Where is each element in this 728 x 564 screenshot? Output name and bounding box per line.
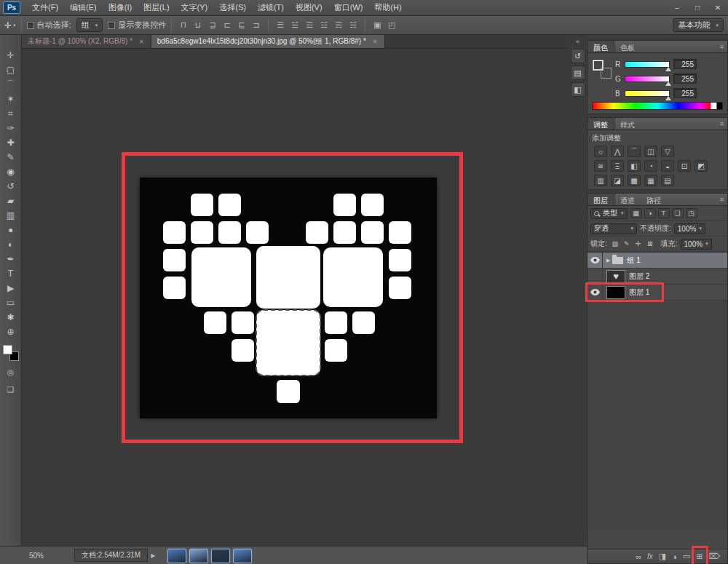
zoom-tool[interactable]: ⊕	[2, 325, 20, 339]
tab-channels[interactable]: 通道	[614, 194, 641, 205]
minimize-button[interactable]: –	[667, 1, 687, 14]
menu-filter[interactable]: 滤镜(T)	[252, 0, 290, 15]
menu-help[interactable]: 帮助(H)	[368, 0, 407, 15]
maximize-button[interactable]: □	[687, 1, 708, 14]
layer-row-layer-1[interactable]: 图层 1	[587, 285, 727, 301]
taskbar-window-thumbnail-4[interactable]	[233, 549, 252, 563]
tab-paths[interactable]: 路径	[641, 194, 667, 205]
crop-tool[interactable]: ⌗	[2, 106, 20, 121]
new-group-button[interactable]: ▭	[683, 552, 690, 561]
tab-close-icon[interactable]: ✕	[139, 39, 144, 45]
filter-shape-icon[interactable]: ❏	[672, 208, 684, 218]
lock-pixels-icon[interactable]: ✎	[622, 239, 632, 249]
color-lookup-adjustment-icon[interactable]: ⊡	[678, 160, 691, 172]
layer-visibility-toggle[interactable]	[587, 285, 603, 300]
distribute-bottom-icon[interactable]: ☲	[303, 20, 316, 31]
arrange-3d-icon[interactable]: ◰	[385, 20, 398, 31]
tab-color[interactable]: 颜色	[587, 41, 614, 52]
panel-menu-icon[interactable]: ≡	[716, 194, 727, 205]
menu-edit[interactable]: 编辑(E)	[64, 0, 103, 15]
marquee-tool[interactable]: ▢	[2, 63, 20, 77]
g-slider[interactable]	[625, 76, 670, 82]
color-balance-adjustment-icon[interactable]: Ξ	[611, 160, 624, 172]
custom-adjustment-icon[interactable]: ▤	[661, 175, 674, 186]
document-tab-heart-jpg[interactable]: bd6a5c8egw1e4lx15t8dcj20t30njn30.jpg @ 5…	[151, 35, 385, 48]
lock-transparent-icon[interactable]: ▨	[610, 239, 620, 249]
slider-thumb[interactable]	[665, 67, 671, 71]
photo-filter-adjustment-icon[interactable]: ◔	[644, 160, 657, 172]
slider-thumb[interactable]	[665, 82, 671, 86]
zoom-level[interactable]: 50%	[29, 552, 44, 560]
gradient-tool[interactable]: ▥	[2, 208, 20, 223]
levels-adjustment-icon[interactable]: ⋀	[611, 146, 624, 157]
slider-thumb[interactable]	[665, 96, 671, 100]
delete-layer-button[interactable]: ⌦	[708, 552, 720, 561]
group-disclosure-arrow[interactable]: ▶	[606, 258, 610, 263]
panel-menu-icon[interactable]: ≡	[716, 118, 727, 130]
link-layers-button[interactable]: ∞	[636, 552, 641, 561]
distribute-vertical-centers-icon[interactable]: ☱	[288, 20, 301, 31]
auto-select-target-dropdown[interactable]: 组 ▾	[76, 18, 103, 32]
filter-pixel-icon[interactable]: ▦	[630, 208, 642, 218]
history-brush-tool[interactable]: ↺	[2, 179, 20, 194]
foreground-color-swatch[interactable]	[593, 60, 604, 71]
clone-stamp-tool[interactable]: ◉	[2, 164, 20, 179]
b-value-field[interactable]: 255	[673, 88, 697, 98]
new-layer-button[interactable]: ⊞	[696, 552, 703, 561]
filter-smart-object-icon[interactable]: ◳	[686, 208, 697, 218]
document-tab-untitled-1[interactable]: 未标题-1 @ 100% (X2, RGB/8) *✕	[22, 35, 151, 48]
layer-thumbnail[interactable]: ♥	[606, 270, 625, 283]
selective-color-adjustment-icon[interactable]: ▦	[644, 175, 657, 186]
black-white-adjustment-icon[interactable]: ◧	[628, 160, 641, 172]
hue-saturation-adjustment-icon[interactable]: ≋	[594, 160, 607, 172]
brush-tool[interactable]: ✎	[2, 150, 20, 164]
align-left-edges-icon[interactable]: ⊏	[221, 20, 234, 31]
hand-tool[interactable]: ✱	[2, 310, 20, 325]
shape-tool[interactable]: ▭	[2, 295, 20, 310]
channel-mixer-adjustment-icon[interactable]: ◒	[661, 160, 674, 172]
align-vertical-centers-icon[interactable]: ⊔	[191, 20, 205, 31]
dodge-tool[interactable]: ◐	[2, 237, 20, 252]
g-value-field[interactable]: 255	[673, 74, 697, 84]
lock-position-icon[interactable]: ✛	[633, 239, 644, 249]
taskbar-window-thumbnail-3[interactable]	[211, 549, 230, 563]
lasso-tool[interactable]: ⌒	[2, 77, 20, 92]
color-swatches[interactable]	[3, 345, 19, 361]
menu-view[interactable]: 视图(V)	[290, 0, 328, 15]
distribute-right-icon[interactable]: ☵	[347, 20, 360, 31]
blend-mode-dropdown[interactable]: 穿透 ▾	[590, 223, 637, 234]
layer-filter-type-dropdown[interactable]: 类型 ▾	[590, 208, 628, 219]
align-top-edges-icon[interactable]: ⊓	[177, 20, 190, 31]
layer-style-button[interactable]: fx	[647, 552, 653, 560]
history-panel-tab[interactable]: ↺	[571, 49, 585, 63]
foreground-background-swatches[interactable]	[593, 60, 612, 79]
filter-adjustment-icon[interactable]: ◑	[644, 208, 656, 218]
distribute-top-icon[interactable]: ☰	[274, 20, 287, 31]
layer-row-group-1[interactable]: ▶组 1	[587, 253, 727, 269]
expand-panels-button[interactable]: «	[576, 38, 579, 47]
invert-adjustment-icon[interactable]: ◩	[695, 160, 708, 172]
workspace-switcher[interactable]: 基本功能 ▾	[673, 18, 724, 32]
posterize-adjustment-icon[interactable]: ▥	[594, 175, 607, 186]
status-options-arrow[interactable]: ▶	[151, 552, 155, 559]
quick-mask-icon[interactable]: ◎	[2, 365, 20, 378]
current-tool-icon[interactable]: ✛ ▾	[4, 20, 16, 31]
menu-image[interactable]: 图像(I)	[103, 0, 138, 15]
menu-layer[interactable]: 图层(L)	[138, 0, 175, 15]
r-value-field[interactable]: 255	[673, 59, 697, 69]
threshold-adjustment-icon[interactable]: ◪	[611, 175, 624, 186]
b-slider[interactable]	[625, 90, 670, 97]
auto-align-layers-icon[interactable]: ▣	[371, 20, 384, 31]
blur-tool[interactable]: ●	[2, 223, 20, 237]
move-tool[interactable]: ✛	[2, 48, 20, 63]
menu-file[interactable]: 文件(F)	[26, 0, 64, 15]
fill-value-dropdown[interactable]: 100% ▾	[681, 239, 712, 250]
tab-styles[interactable]: 样式	[614, 118, 641, 130]
menu-select[interactable]: 选择(S)	[213, 0, 252, 15]
healing-brush-tool[interactable]: ✚	[2, 135, 20, 150]
color-spectrum-bar[interactable]	[592, 102, 723, 110]
eraser-tool[interactable]: ▰	[2, 194, 20, 208]
tab-close-icon[interactable]: ✕	[373, 39, 378, 45]
curves-adjustment-icon[interactable]: ⌒	[628, 146, 641, 157]
gradient-map-adjustment-icon[interactable]: ▩	[628, 175, 641, 186]
